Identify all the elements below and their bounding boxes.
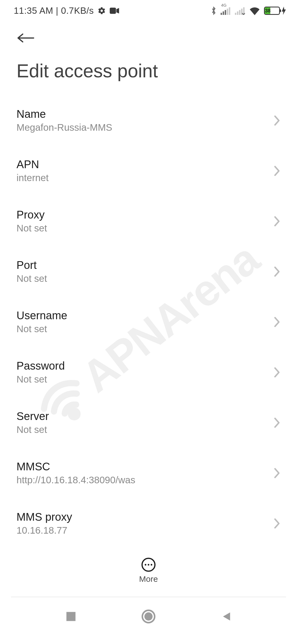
svg-rect-1 (221, 13, 222, 15)
home-button[interactable] (141, 609, 156, 624)
video-icon (110, 7, 119, 14)
svg-rect-3 (225, 10, 226, 15)
chevron-right-icon (273, 518, 280, 529)
setting-label: Username (16, 309, 67, 322)
setting-value: Not set (16, 424, 49, 435)
setting-value: Megafon-Russia-MMS (16, 122, 112, 133)
setting-value: Not set (16, 273, 47, 284)
status-right: 4G 38 (211, 6, 286, 15)
more-label: More (139, 574, 158, 584)
back-nav-button[interactable] (220, 610, 232, 623)
status-time-net: 11:35 AM | 0.7KB/s (14, 6, 94, 16)
battery-indicator: 38 (264, 7, 286, 15)
more-horizontal-icon (141, 557, 156, 572)
svg-rect-17 (67, 612, 76, 621)
chevron-right-icon (273, 467, 280, 479)
setting-row-server[interactable]: Server Not set (16, 397, 280, 448)
chevron-right-icon (273, 367, 280, 378)
setting-label: Name (16, 108, 112, 120)
svg-rect-2 (223, 12, 224, 15)
setting-value: Not set (16, 323, 67, 334)
svg-rect-8 (239, 10, 240, 15)
android-nav-bar (0, 597, 297, 644)
setting-label: Password (16, 360, 65, 372)
status-left: 11:35 AM | 0.7KB/s (14, 6, 119, 16)
setting-label: MMSC (16, 460, 135, 473)
svg-rect-0 (110, 8, 116, 14)
signal-secondary-icon (235, 7, 245, 15)
svg-rect-9 (241, 9, 243, 15)
more-button[interactable]: More (0, 550, 297, 591)
back-button[interactable] (16, 30, 38, 46)
svg-rect-4 (227, 9, 228, 15)
setting-value: internet (16, 172, 49, 183)
setting-row-apn[interactable]: APN internet (16, 146, 280, 196)
setting-value: Not set (16, 374, 65, 385)
chevron-right-icon (273, 215, 280, 227)
svg-rect-6 (235, 13, 236, 15)
settings-list: Name Megafon-Russia-MMS APN internet Pro… (0, 92, 297, 539)
svg-point-19 (144, 612, 153, 621)
setting-value: Not set (16, 223, 47, 234)
chevron-right-icon (273, 165, 280, 177)
arrow-left-icon (16, 32, 35, 44)
chevron-right-icon (273, 115, 280, 126)
setting-label: MMS proxy (16, 511, 72, 523)
setting-row-name[interactable]: Name Megafon-Russia-MMS (16, 95, 280, 146)
chevron-right-icon (273, 266, 280, 277)
chevron-right-icon (273, 316, 280, 328)
setting-row-mms-proxy[interactable]: MMS proxy 10.16.18.77 (16, 498, 280, 539)
charging-icon (282, 7, 286, 15)
setting-value: 10.16.18.77 (16, 525, 72, 536)
svg-point-14 (145, 564, 146, 566)
page-title: Edit access point (0, 52, 297, 92)
setting-row-port[interactable]: Port Not set (16, 246, 280, 297)
bluetooth-icon (211, 6, 217, 15)
svg-point-15 (148, 564, 149, 566)
recent-apps-button[interactable] (65, 610, 77, 623)
status-bar: 11:35 AM | 0.7KB/s 4G 38 (0, 0, 297, 21)
svg-rect-5 (229, 7, 230, 15)
setting-row-proxy[interactable]: Proxy Not set (16, 196, 280, 246)
setting-label: Port (16, 259, 47, 271)
setting-row-password[interactable]: Password Not set (16, 347, 280, 397)
signal-4g-icon: 4G (221, 7, 231, 15)
setting-row-username[interactable]: Username Not set (16, 297, 280, 347)
wifi-icon (249, 6, 260, 15)
setting-label: APN (16, 158, 49, 171)
chevron-right-icon (273, 417, 280, 429)
svg-rect-7 (237, 12, 238, 15)
svg-point-16 (151, 564, 152, 566)
gear-icon (98, 7, 106, 15)
setting-label: Proxy (16, 209, 47, 221)
setting-label: Server (16, 410, 49, 422)
setting-value: http://10.16.18.4:38090/was (16, 474, 135, 485)
setting-row-mmsc[interactable]: MMSC http://10.16.18.4:38090/was (16, 448, 280, 498)
